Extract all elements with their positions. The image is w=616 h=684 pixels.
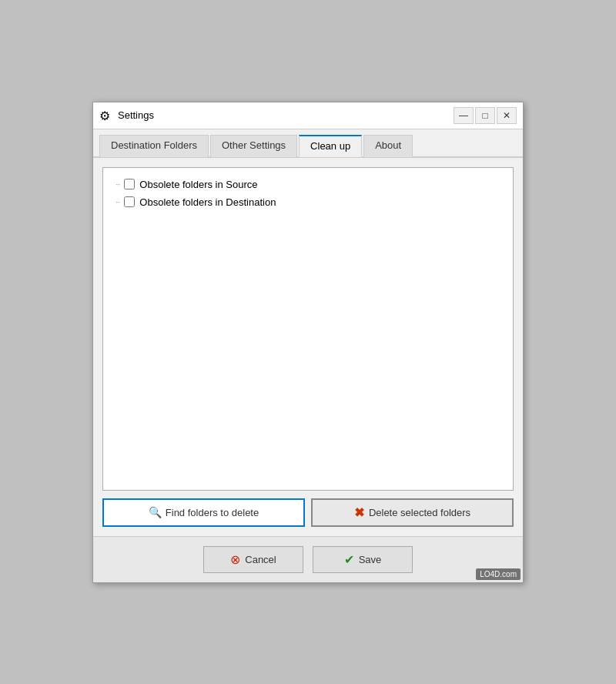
tree-connector-dest: ···	[116, 198, 119, 206]
maximize-button[interactable]: □	[475, 107, 495, 124]
tree-item-dest: ··· Obsolete folders in Destination	[116, 193, 507, 211]
delete-icon: ✖	[354, 505, 364, 520]
title-bar: ⚙ Settings — □ ✕	[93, 102, 523, 129]
settings-window: ⚙ Settings — □ ✕ Destination Folders Oth…	[92, 102, 524, 583]
obsolete-dest-label: Obsolete folders in Destination	[139, 196, 276, 208]
tree-connector-source: ···	[116, 180, 119, 189]
obsolete-source-label: Obsolete folders in Source	[139, 179, 257, 190]
obsolete-dest-checkbox[interactable]	[124, 196, 135, 207]
search-icon	[149, 506, 161, 518]
tab-about[interactable]: About	[363, 135, 413, 157]
folders-list: ··· Obsolete folders in Source ··· Obsol…	[102, 167, 514, 491]
tab-other-settings[interactable]: Other Settings	[210, 135, 297, 157]
watermark: LO4D.com	[476, 568, 521, 580]
obsolete-source-checkbox[interactable]	[124, 179, 135, 189]
checkbox-obsolete-dest[interactable]: Obsolete folders in Destination	[124, 195, 276, 210]
tab-destination-folders[interactable]: Destination Folders	[99, 135, 209, 157]
title-bar-left: ⚙ Settings	[99, 109, 154, 122]
close-button[interactable]: ✕	[497, 107, 517, 124]
find-button-label: Find folders to delete	[166, 507, 259, 518]
save-label: Save	[359, 554, 382, 565]
footer: ⊗ Cancel ✔ Save	[93, 536, 523, 582]
delete-folders-button[interactable]: ✖ Delete selected folders	[311, 498, 514, 527]
delete-button-label: Delete selected folders	[369, 507, 470, 518]
cancel-icon: ⊗	[230, 552, 240, 567]
settings-icon: ⚙	[99, 109, 113, 122]
tree-item-source: ··· Obsolete folders in Source	[116, 176, 507, 193]
window-title: Settings	[118, 109, 154, 121]
cancel-button[interactable]: ⊗ Cancel	[203, 546, 303, 573]
save-button[interactable]: ✔ Save	[313, 546, 413, 573]
checkbox-obsolete-source[interactable]: Obsolete folders in Source	[124, 177, 257, 192]
tab-content: ··· Obsolete folders in Source ··· Obsol…	[93, 158, 523, 536]
tab-clean-up[interactable]: Clean up	[299, 135, 362, 157]
checkbox-tree: ··· Obsolete folders in Source ··· Obsol…	[116, 176, 507, 211]
minimize-button[interactable]: —	[454, 107, 474, 124]
save-icon: ✔	[344, 552, 354, 567]
tab-bar: Destination Folders Other Settings Clean…	[93, 129, 523, 158]
find-folders-button[interactable]: Find folders to delete	[102, 498, 305, 527]
window-controls: — □ ✕	[454, 107, 517, 124]
action-buttons: Find folders to delete ✖ Delete selected…	[102, 498, 514, 527]
cancel-label: Cancel	[245, 554, 276, 565]
watermark-text: LO4D.com	[480, 570, 517, 578]
